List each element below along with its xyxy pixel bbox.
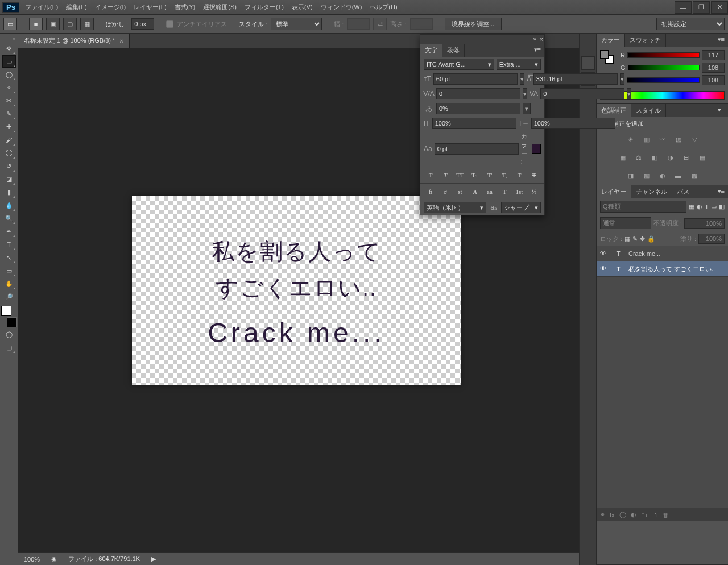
doc-tab[interactable]: 名称未設定 1 @ 100% (RGB/8) * × (18, 34, 130, 48)
language-select[interactable]: 英語（米国）▾ (424, 202, 486, 213)
style-select[interactable]: 標準 (271, 18, 322, 30)
filter-pixel-icon[interactable]: ▦ (689, 203, 694, 210)
menu-layer[interactable]: レイヤー(L) (130, 1, 169, 14)
eyedropper-tool[interactable]: ✎ (2, 107, 16, 120)
status-file[interactable]: ファイル : 604.7K/791.1K (68, 555, 140, 563)
faux-italic-button[interactable]: T (439, 169, 452, 181)
text-color-swatch[interactable] (532, 144, 541, 154)
filter-smart-icon[interactable]: ◧ (719, 203, 725, 210)
visibility-icon[interactable]: 👁 (600, 250, 608, 257)
adj-hue-icon[interactable]: ▦ (617, 152, 629, 163)
leading-drop[interactable]: ▾ (620, 73, 624, 85)
menu-view[interactable]: 表示(V) (288, 1, 316, 14)
path-select-tool[interactable]: ↖ (2, 251, 16, 264)
adj-invert-icon[interactable]: ◨ (624, 170, 637, 181)
titling-button[interactable]: T (498, 186, 511, 197)
adj-posterize-icon[interactable]: ▧ (640, 170, 653, 181)
crop-tool[interactable]: ✂ (2, 94, 16, 107)
color-swatches[interactable] (1, 306, 17, 327)
layer-row[interactable]: 👁 T Crack me... (597, 246, 728, 261)
opacity-input[interactable]: 100% (684, 218, 725, 229)
feather-input[interactable] (131, 18, 154, 30)
layer-name[interactable]: Crack me... (628, 250, 660, 257)
filter-shape-icon[interactable]: ▭ (711, 203, 717, 210)
adj-exposure-icon[interactable]: ▨ (672, 134, 685, 145)
selection-add-icon[interactable]: ▣ (46, 18, 60, 30)
discretionary-button[interactable]: st (454, 186, 466, 197)
adj-threshold-icon[interactable]: ◐ (656, 170, 669, 181)
subscript-button[interactable]: T, (498, 169, 511, 181)
font-family-select[interactable]: ITC Avant G...▾ (424, 59, 494, 70)
fill-adjust-icon[interactable]: ◐ (631, 511, 636, 518)
color-fg-bg[interactable] (600, 50, 614, 64)
tracking-input[interactable] (540, 88, 624, 99)
group-icon[interactable]: 🗀 (641, 512, 647, 518)
swash-button[interactable]: A (469, 186, 481, 197)
menu-type[interactable]: 書式(Y) (171, 1, 199, 14)
lock-all-icon[interactable]: 🔒 (647, 235, 655, 243)
ordinals-button[interactable]: 1st (513, 186, 526, 197)
healing-tool[interactable]: ✚ (2, 121, 16, 133)
baseline-input[interactable] (435, 143, 519, 155)
adj-photo-icon[interactable]: ◑ (664, 152, 677, 163)
tab-layers[interactable]: レイヤー (597, 185, 631, 198)
marquee-tool[interactable]: ▭ (2, 55, 16, 68)
adj-lookup-icon[interactable]: ▤ (696, 152, 709, 163)
selection-new-icon[interactable]: ■ (29, 18, 43, 30)
panel-collapse-icon[interactable]: « (533, 36, 536, 43)
tab-channels[interactable]: チャンネル (631, 185, 672, 198)
menu-select[interactable]: 選択範囲(S) (200, 1, 240, 14)
menu-edit[interactable]: 編集(E) (63, 1, 90, 14)
adj-mixer-icon[interactable]: ⊞ (680, 152, 693, 163)
r-value[interactable]: 117 (702, 50, 725, 60)
lock-move-icon[interactable]: ✥ (640, 235, 645, 243)
faux-bold-button[interactable]: T (424, 169, 437, 181)
tsume-input[interactable] (436, 103, 520, 114)
lasso-tool[interactable]: ◯ (2, 68, 16, 81)
gradient-tool[interactable]: ▮ (2, 186, 16, 198)
stylistic-button[interactable]: aa (483, 186, 496, 197)
antialias-select[interactable]: シャープ▾ (501, 202, 541, 213)
font-size-input[interactable] (433, 73, 518, 85)
tab-styles[interactable]: スタイル (631, 104, 666, 117)
small-caps-button[interactable]: Tт (469, 169, 481, 181)
status-arrow-icon[interactable]: ▶ (151, 555, 156, 563)
tab-character[interactable]: 文字 (420, 44, 442, 57)
new-layer-icon[interactable]: 🗋 (652, 512, 658, 518)
font-weight-select[interactable]: Extra ...▾ (497, 59, 541, 70)
hand-tool[interactable]: ✋ (2, 277, 16, 290)
shape-tool[interactable]: ▭ (2, 264, 16, 277)
canvas[interactable]: 私を割る人って すごくエロい.. Crack me... (132, 196, 461, 385)
underline-button[interactable]: T (513, 169, 526, 181)
menu-image[interactable]: イメージ(I) (92, 1, 129, 14)
filter-adjust-icon[interactable]: ◐ (697, 203, 702, 210)
marquee-tool-indicator[interactable]: ▭ (3, 18, 17, 30)
contextual-button[interactable]: σ (439, 186, 452, 197)
g-value[interactable]: 108 (702, 63, 725, 73)
maximize-button[interactable]: ❐ (693, 1, 710, 14)
b-value[interactable]: 108 (702, 75, 725, 85)
tab-paragraph[interactable]: 段落 (442, 44, 465, 57)
hscale-input[interactable] (531, 118, 615, 129)
menu-filter[interactable]: フィルター(T) (241, 1, 287, 14)
tsume-drop[interactable]: ▾ (523, 103, 531, 114)
panel-menu-icon[interactable]: ▾≡ (714, 34, 728, 47)
ligatures-button[interactable]: fi (424, 186, 437, 197)
adj-vibrance-icon[interactable]: ▽ (688, 134, 701, 145)
selection-intersect-icon[interactable]: ▦ (80, 18, 94, 30)
panel-menu-icon[interactable]: ▾≡ (531, 44, 544, 57)
filter-type-icon[interactable]: T (705, 203, 709, 210)
b-slider[interactable] (627, 77, 700, 83)
adj-bw-icon[interactable]: ◧ (648, 152, 661, 163)
history-brush-tool[interactable]: ↺ (2, 160, 16, 172)
doc-tab-close-icon[interactable]: × (119, 38, 123, 44)
strikethrough-button[interactable]: Ŧ (528, 169, 540, 181)
zoom-tool[interactable]: 🔎 (2, 290, 16, 303)
move-tool[interactable]: ✥ (2, 42, 16, 55)
eraser-tool[interactable]: ◪ (2, 173, 16, 185)
delete-layer-icon[interactable]: 🗑 (663, 512, 669, 518)
fractions-button[interactable]: ½ (528, 186, 540, 197)
pen-tool[interactable]: ✒ (2, 225, 16, 238)
dock-icon-1[interactable] (581, 56, 595, 70)
menu-file[interactable]: ファイル(F) (22, 1, 61, 14)
